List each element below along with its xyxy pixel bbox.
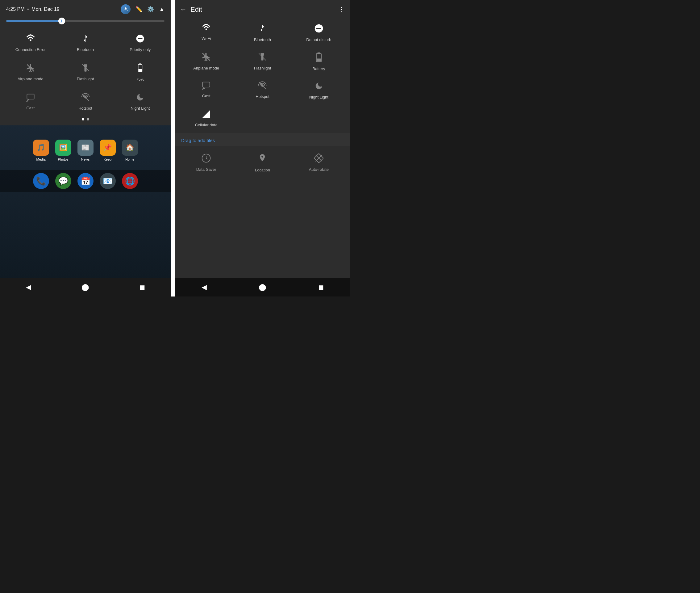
- dnd-icon: [135, 34, 145, 45]
- edit-tile-flashlight-label: Flashlight: [254, 66, 271, 70]
- edit-battery-icon: [315, 52, 322, 64]
- svg-point-14: [27, 101, 27, 102]
- night-icon: [136, 93, 144, 104]
- tile-hotspot[interactable]: Hotspot: [58, 86, 113, 116]
- app-photos[interactable]: 🖼️ Photos: [55, 140, 71, 161]
- svg-point-26: [202, 89, 203, 89]
- app-media-label: Media: [36, 158, 46, 161]
- tile-battery-label: 75%: [136, 77, 144, 82]
- nav-bar-right: ◀ ⬤ ◼: [175, 278, 350, 296]
- tile-hotspot-label: Hotspot: [78, 106, 92, 111]
- edit-tile-wifi[interactable]: Wi-Fi: [178, 18, 234, 46]
- app-shelf: 🎵 Media 🖼️ Photos 📰 News 📌 Keep 🏠 Home: [0, 125, 171, 278]
- page-dots: [0, 116, 171, 125]
- svg-rect-25: [203, 82, 210, 87]
- edit-tile-battery-label: Battery: [312, 67, 325, 71]
- tile-priority-only[interactable]: Priority only: [113, 28, 168, 57]
- tile-cast[interactable]: Cast: [3, 86, 58, 116]
- back-button-left[interactable]: ◀: [22, 281, 35, 293]
- tile-bluetooth[interactable]: Bluetooth: [58, 28, 113, 57]
- edit-tile-hotspot[interactable]: Hotspot: [234, 75, 291, 104]
- status-bar: 4:25 PM • Mon, Dec 19 ✏️ ⚙️ ▲: [0, 0, 171, 17]
- app-keep[interactable]: 📌 Keep: [100, 140, 116, 161]
- edit-airplane-icon: [201, 52, 211, 63]
- edit-tile-bluetooth-label: Bluetooth: [254, 37, 271, 42]
- app-news[interactable]: 📰 News: [78, 140, 93, 161]
- edit-bluetooth-icon: [258, 24, 266, 35]
- svg-rect-12: [139, 69, 142, 72]
- edit-hotspot-icon: [257, 81, 267, 92]
- edit-tile-cellular[interactable]: Cellular data: [178, 104, 234, 131]
- svg-rect-11: [139, 64, 141, 65]
- add-tile-data-saver[interactable]: Data Saver: [178, 148, 234, 177]
- tile-flashlight-label: Flashlight: [77, 77, 94, 81]
- edit-tile-battery[interactable]: Battery: [291, 46, 347, 75]
- dot-2[interactable]: [87, 118, 89, 120]
- tile-bluetooth-label: Bluetooth: [77, 47, 94, 52]
- dock-inbox[interactable]: 📧: [100, 173, 116, 189]
- edit-tile-night-light-label: Night Light: [309, 95, 329, 100]
- app-home[interactable]: 🏠 Home: [122, 140, 138, 161]
- edit-wifi-icon: [201, 24, 211, 34]
- add-autorotate-icon: [314, 153, 324, 165]
- tile-battery[interactable]: 75%: [113, 57, 168, 86]
- svg-rect-24: [317, 58, 321, 62]
- dock-chrome[interactable]: 🌐: [122, 173, 138, 189]
- edit-tile-cast[interactable]: Cast: [178, 75, 234, 104]
- add-tile-location[interactable]: Location: [234, 148, 291, 177]
- recents-button-right[interactable]: ◼: [315, 281, 327, 293]
- battery-icon: [136, 63, 144, 74]
- edit-tile-wifi-label: Wi-Fi: [202, 36, 211, 41]
- edit-night-icon: [314, 81, 323, 92]
- edit-tile-flashlight[interactable]: Flashlight: [234, 46, 291, 75]
- edit-tile-cast-label: Cast: [202, 93, 211, 98]
- tile-flashlight[interactable]: Flashlight: [58, 57, 113, 86]
- tile-night-light-label: Night Light: [131, 106, 150, 111]
- edit-tiles: Wi-Fi Bluetooth Do not disturb Airplane …: [175, 18, 350, 131]
- collapse-icon[interactable]: ▲: [159, 6, 165, 13]
- app-row: 🎵 Media 🖼️ Photos 📰 News 📌 Keep 🏠 Home: [0, 135, 171, 164]
- tile-airplane-mode[interactable]: Airplane mode: [3, 57, 58, 86]
- right-panel: ← Edit ⋮ Wi-Fi Bluetooth Do not disturb: [175, 0, 350, 296]
- avatar[interactable]: [121, 4, 131, 14]
- add-tile-data-saver-label: Data Saver: [196, 167, 216, 172]
- edit-tile-bluetooth[interactable]: Bluetooth: [234, 18, 291, 46]
- dock-calendar[interactable]: 📅: [78, 173, 93, 189]
- add-tile-auto-rotate[interactable]: Auto-rotate: [291, 148, 347, 177]
- edit-tile-airplane[interactable]: Airplane mode: [178, 46, 234, 75]
- more-options-button[interactable]: ⋮: [338, 6, 345, 13]
- add-tile-auto-rotate-label: Auto-rotate: [309, 167, 329, 172]
- back-button[interactable]: ←: [180, 6, 187, 13]
- tile-night-light[interactable]: Night Light: [113, 86, 168, 116]
- page-title: Edit: [190, 6, 334, 13]
- app-photos-label: Photos: [58, 158, 68, 161]
- svg-rect-18: [316, 28, 321, 29]
- tile-cast-label: Cast: [26, 106, 35, 110]
- edit-header: ← Edit ⋮: [175, 0, 350, 18]
- dock-phone[interactable]: 📞: [33, 173, 49, 189]
- tile-connection-error[interactable]: Connection Error: [3, 28, 58, 57]
- dot-1[interactable]: [82, 118, 84, 120]
- app-keep-label: Keep: [104, 158, 112, 161]
- svg-point-0: [125, 7, 127, 9]
- edit-tile-dnd[interactable]: Do not disturb: [291, 18, 347, 46]
- edit-icon[interactable]: ✏️: [135, 6, 142, 13]
- edit-flashlight-icon: [258, 52, 267, 63]
- drag-section: Drag to add tiles: [175, 133, 350, 146]
- recents-button-left[interactable]: ◼: [136, 281, 148, 293]
- app-media[interactable]: 🎵 Media: [33, 140, 49, 161]
- edit-dnd-icon: [314, 24, 324, 35]
- edit-tile-dnd-label: Do not disturb: [306, 37, 331, 42]
- left-panel: 4:25 PM • Mon, Dec 19 ✏️ ⚙️ ▲: [0, 0, 171, 296]
- add-tiles-row: Data Saver Location Auto-rotate: [175, 146, 350, 177]
- back-button-right[interactable]: ◀: [198, 281, 211, 293]
- brightness-slider[interactable]: [6, 21, 165, 22]
- home-button-right[interactable]: ⬤: [257, 281, 269, 293]
- edit-tile-night-light[interactable]: Night Light: [291, 75, 347, 104]
- brightness-row[interactable]: [0, 17, 171, 28]
- bluetooth-icon: [81, 34, 90, 45]
- settings-icon[interactable]: ⚙️: [147, 6, 154, 13]
- app-dock: 📞 💬 📅 📧 🌐: [0, 170, 171, 192]
- home-button-left[interactable]: ⬤: [79, 281, 92, 293]
- dock-hangouts[interactable]: 💬: [55, 173, 71, 189]
